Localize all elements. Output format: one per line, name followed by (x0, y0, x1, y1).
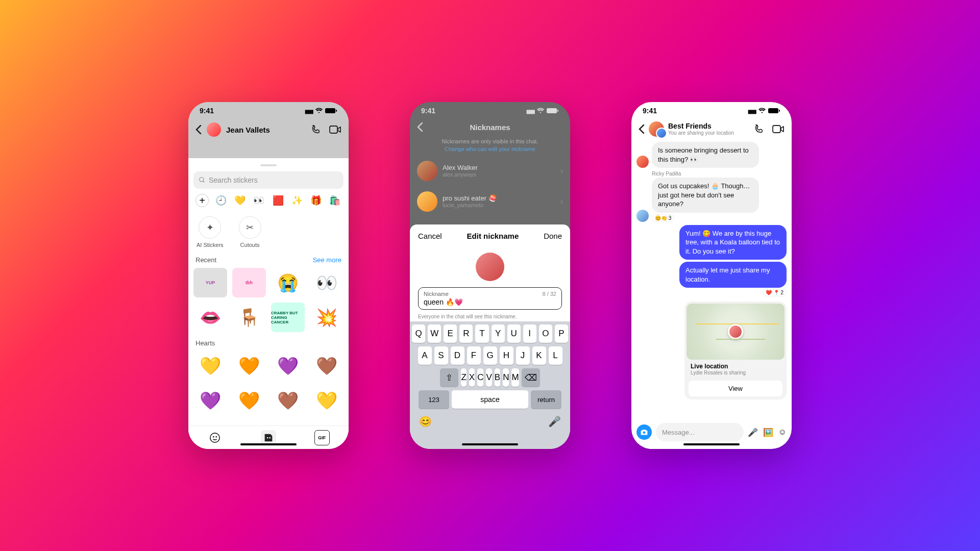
key-m[interactable]: M (511, 368, 519, 387)
call-icon[interactable] (310, 123, 322, 136)
chat-body[interactable]: Is someone bringing dessert to this thin… (631, 140, 792, 399)
tab-sticker-icon[interactable] (261, 430, 276, 445)
group-avatar[interactable] (649, 121, 664, 137)
incoming-message[interactable]: Got us cupcakes! 🧁 Though… just got here… (652, 178, 759, 213)
home-indicator[interactable] (462, 443, 518, 445)
sticker-lips[interactable]: 👄 (193, 303, 227, 332)
call-icon[interactable] (753, 123, 765, 135)
key-u[interactable]: U (507, 324, 521, 343)
emoji-keyboard-button[interactable]: 😊 (419, 415, 432, 428)
back-button[interactable] (195, 125, 202, 134)
message-avatar[interactable] (636, 210, 649, 222)
sticker-chair[interactable]: 🪑 (232, 303, 266, 332)
back-button[interactable] (417, 122, 423, 132)
key-j[interactable]: J (516, 346, 530, 365)
contact-row[interactable]: pro sushi eater 🍣 lucie_yamamoto › (410, 186, 570, 217)
search-stickers-input[interactable]: Search stickers (193, 171, 344, 189)
add-category-button[interactable]: + (195, 194, 209, 207)
view-location-button[interactable]: View (689, 381, 782, 396)
category-gift-icon[interactable]: 🎁 (309, 194, 323, 207)
sticker-cry[interactable]: 😭 (271, 268, 305, 297)
see-more-link[interactable]: See more (313, 256, 341, 264)
sticker-heart-8[interactable]: 💛 (310, 386, 344, 415)
nickname-input[interactable]: Nickname queen 🔥💗 8 / 32 (418, 287, 562, 310)
sticker-heart-1[interactable]: 💛 (193, 351, 227, 381)
tab-gif-icon[interactable]: GIF (314, 430, 330, 445)
category-eyes-icon[interactable]: 👀 (252, 194, 265, 207)
sticker-heart-2[interactable]: 🧡 (232, 351, 266, 381)
category-sparkle-icon[interactable]: ✨ (290, 194, 304, 207)
key-a[interactable]: A (418, 346, 432, 365)
chat-avatar[interactable] (207, 122, 221, 137)
ai-stickers-tool[interactable]: ✦ AI Stickers (197, 216, 224, 248)
category-heart-icon[interactable]: 💛 (233, 194, 247, 207)
key-r[interactable]: R (459, 324, 473, 343)
chat-title-block[interactable]: Best Friends You are sharing your locati… (668, 122, 749, 136)
key-y[interactable]: Y (492, 324, 505, 343)
sticker-meme[interactable]: CRABBY BUTCARING CANCER (271, 303, 305, 332)
video-call-icon[interactable] (329, 123, 341, 136)
location-card[interactable]: Live location Lydie Rosales is sharing V… (684, 302, 787, 399)
sticker-heart-6[interactable]: 🧡 (232, 386, 266, 415)
message-reaction[interactable]: ❤️ 📍 2 (763, 289, 787, 296)
key-t[interactable]: T (475, 324, 488, 343)
chat-title[interactable]: Jean Vallets (226, 126, 305, 134)
key-f[interactable]: F (467, 346, 481, 365)
back-button[interactable] (639, 124, 645, 134)
contact-row[interactable]: Alex Walker alex.anyways › (410, 156, 570, 186)
space-key[interactable]: space (452, 390, 528, 409)
key-b[interactable]: B (495, 368, 500, 387)
cancel-button[interactable]: Cancel (418, 232, 442, 240)
incoming-message[interactable]: Is someone bringing dessert to this thin… (652, 142, 759, 168)
key-d[interactable]: D (451, 346, 464, 365)
nickname-permissions-link[interactable]: Change who can edit your nickname (445, 146, 535, 152)
home-indicator[interactable] (683, 443, 740, 445)
key-n[interactable]: N (503, 368, 509, 387)
key-p[interactable]: P (555, 324, 568, 343)
category-pattern-icon[interactable]: 🟥 (272, 194, 285, 207)
key-l[interactable]: L (549, 346, 562, 365)
shift-key[interactable]: ⇧ (440, 368, 458, 387)
cutouts-tool[interactable]: ✂ Cutouts (239, 216, 261, 248)
sticker-pow[interactable]: 💥 (310, 303, 344, 332)
done-button[interactable]: Done (544, 232, 562, 240)
outgoing-message[interactable]: Actually let me just share my location. (679, 262, 787, 288)
category-clock-icon[interactable]: 🕘 (214, 194, 228, 207)
sticker-eyes[interactable]: 👀 (310, 268, 344, 297)
sticker-tbh[interactable]: tbh (232, 268, 266, 297)
video-call-icon[interactable] (772, 123, 785, 135)
key-h[interactable]: H (500, 346, 513, 365)
key-z[interactable]: Z (461, 368, 466, 387)
camera-button[interactable] (636, 424, 652, 440)
outgoing-message[interactable]: Yum! 😋 We are by this huge tree, with a … (679, 225, 787, 260)
tab-avatar-icon[interactable] (207, 430, 223, 445)
key-o[interactable]: O (539, 324, 552, 343)
message-avatar[interactable] (636, 156, 649, 168)
sticker-heart-5[interactable]: 💜 (193, 386, 227, 415)
sticker-yup[interactable]: YUP (193, 268, 227, 297)
key-i[interactable]: I (523, 324, 536, 343)
category-bag-icon[interactable]: 🛍️ (328, 194, 341, 207)
home-indicator[interactable] (240, 443, 297, 445)
sheet-grabber[interactable] (260, 164, 277, 166)
gallery-icon[interactable]: 🖼️ (763, 428, 773, 437)
key-x[interactable]: X (469, 368, 475, 387)
key-q[interactable]: Q (412, 324, 425, 343)
message-reaction[interactable]: 😊👏 3 (652, 214, 674, 222)
key-g[interactable]: G (483, 346, 497, 365)
sticker-heart-7[interactable]: 🤎 (271, 386, 305, 415)
key-c[interactable]: C (477, 368, 483, 387)
key-s[interactable]: S (434, 346, 448, 365)
key-e[interactable]: E (444, 324, 457, 343)
ios-keyboard[interactable]: QWERTYUIOP ASDFGHJKL ⇧ ZXCVBNM ⌫ 123 spa… (410, 321, 570, 449)
sticker-icon[interactable]: ☺ (778, 428, 787, 437)
key-v[interactable]: V (486, 368, 492, 387)
voice-message-icon[interactable]: 🎤 (748, 428, 758, 437)
key-w[interactable]: W (428, 324, 441, 343)
sticker-heart-4[interactable]: 🤎 (310, 351, 344, 381)
backspace-key[interactable]: ⌫ (522, 368, 540, 387)
return-key[interactable]: return (531, 390, 561, 409)
dictation-button[interactable]: 🎤 (548, 415, 561, 428)
message-input[interactable]: Message... (656, 423, 744, 441)
numbers-key[interactable]: 123 (419, 390, 449, 409)
